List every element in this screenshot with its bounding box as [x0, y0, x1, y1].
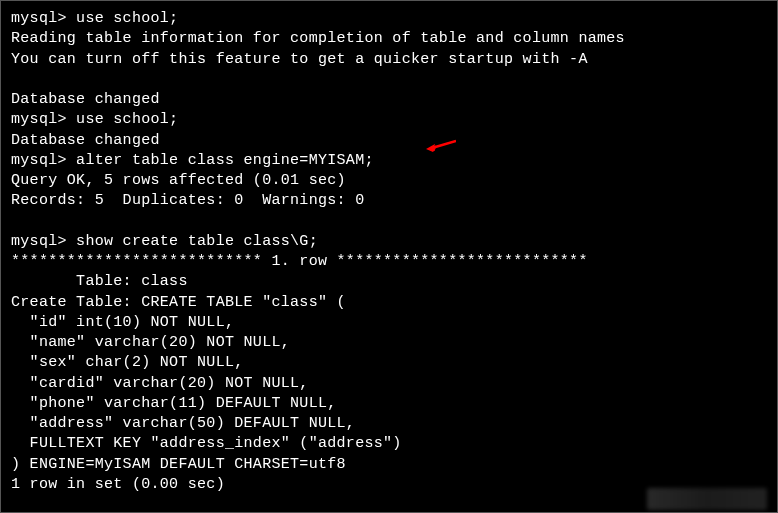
terminal-line: ) ENGINE=MyISAM DEFAULT CHARSET=utf8 [11, 456, 346, 473]
terminal-line: 1 row in set (0.00 sec) [11, 476, 225, 493]
mysql-terminal[interactable]: mysql> use school; Reading table informa… [1, 1, 777, 503]
terminal-line: mysql> use school; [11, 10, 178, 27]
terminal-line: Query OK, 5 rows affected (0.01 sec) [11, 172, 346, 189]
terminal-line: "cardid" varchar(20) NOT NULL, [11, 375, 309, 392]
terminal-line: Table: class [11, 273, 188, 290]
terminal-line: "address" varchar(50) DEFAULT NULL, [11, 415, 355, 432]
terminal-line: "id" int(10) NOT NULL, [11, 314, 234, 331]
terminal-line: Reading table information for completion… [11, 30, 625, 47]
terminal-line: Create Table: CREATE TABLE "class" ( [11, 294, 346, 311]
terminal-line: Database changed [11, 91, 160, 108]
terminal-line: mysql> use school; [11, 111, 178, 128]
terminal-line: mysql> show create table class\G; [11, 233, 318, 250]
terminal-line: Database changed [11, 132, 160, 149]
terminal-line: "sex" char(2) NOT NULL, [11, 354, 244, 371]
terminal-line: *************************** 1. row *****… [11, 253, 588, 270]
terminal-line: Records: 5 Duplicates: 0 Warnings: 0 [11, 192, 364, 209]
terminal-line: FULLTEXT KEY "address_index" ("address") [11, 435, 402, 452]
terminal-line: "phone" varchar(11) DEFAULT NULL, [11, 395, 337, 412]
terminal-line: You can turn off this feature to get a q… [11, 51, 588, 68]
terminal-line: mysql> alter table class engine=MYISAM; [11, 152, 374, 169]
watermark [647, 488, 767, 510]
terminal-line: "name" varchar(20) NOT NULL, [11, 334, 290, 351]
